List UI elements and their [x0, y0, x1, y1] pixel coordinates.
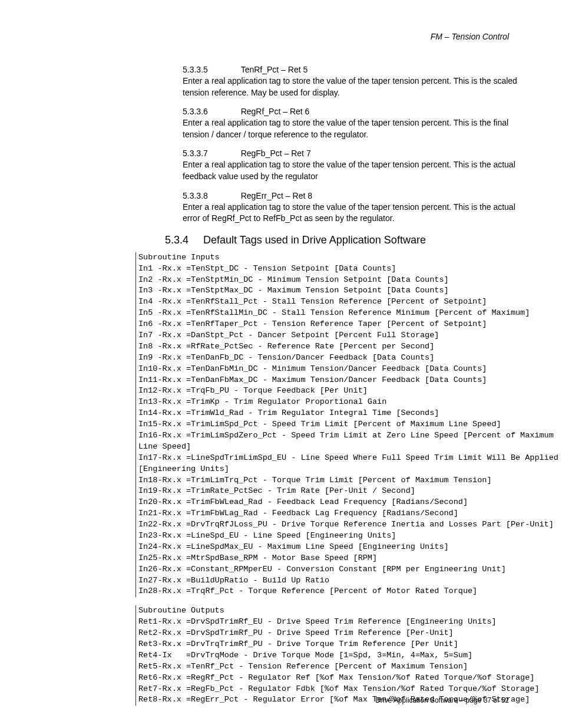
- page-content: 5.3.3.5 TenRf_Pct – Ret 5 Enter a real a…: [65, 65, 527, 706]
- page-header-right: FM – Tension Control: [431, 32, 509, 41]
- section-5336: 5.3.3.6 RegRf_Pct – Ret 6 Enter a real a…: [183, 107, 527, 140]
- heading-534: 5.3.4 Default Tags used in Drive Applica…: [165, 234, 527, 246]
- section-body: Enter a real application tag to store th…: [183, 117, 527, 140]
- section-5337: 5.3.3.7 RegFb_Pct – Ret 7 Enter a real a…: [183, 149, 527, 182]
- code-subroutine-inputs: Subroutine Inputs In1 -Rx.x =TenStpt_DC …: [135, 252, 527, 598]
- section-number: 5.3.3.6: [183, 107, 239, 116]
- section-5338: 5.3.3.8 RegErr_Pct – Ret 8 Enter a real …: [183, 191, 527, 225]
- heading-title: Default Tags used in Drive Application S…: [203, 234, 426, 246]
- section-number: 5.3.3.5: [183, 65, 239, 74]
- section-body: Enter a real application tag to store th…: [183, 202, 527, 225]
- section-body: Enter a real application tag to store th…: [183, 75, 527, 98]
- section-title: TenRf_Pct – Ret 5: [241, 65, 308, 74]
- heading-number: 5.3.4: [165, 234, 200, 246]
- section-5335: 5.3.3.5 TenRf_Pct – Ret 5 Enter a real a…: [183, 65, 527, 98]
- section-number: 5.3.3.7: [183, 149, 239, 158]
- section-body: Enter a real application tag to store th…: [183, 159, 527, 182]
- section-title: RegFb_Pct – Ret 7: [241, 149, 311, 158]
- code-subroutine-outputs: Subroutine Outputs Ret1-Rx.x =DrvSpdTrim…: [135, 605, 527, 706]
- section-title: RegErr_Pct – Ret 8: [241, 191, 312, 200]
- section-number: 5.3.3.8: [183, 191, 239, 200]
- section-title: RegRf_Pct – Ret 6: [241, 107, 310, 116]
- page-footer: Drive Application Software – page 37 of …: [375, 696, 509, 704]
